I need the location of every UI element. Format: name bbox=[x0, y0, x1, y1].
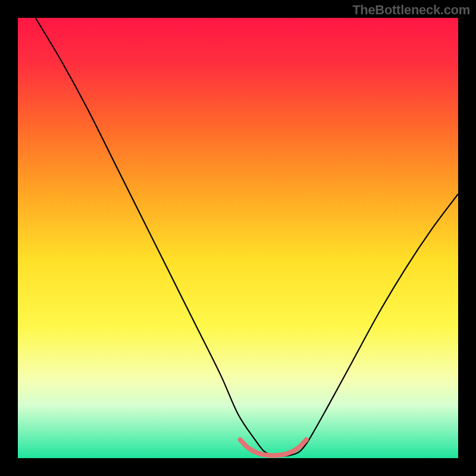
bottleneck-chart bbox=[18, 18, 458, 458]
chart-frame: TheBottleneck.com bbox=[0, 0, 476, 476]
gradient-background bbox=[18, 18, 458, 458]
watermark-text: TheBottleneck.com bbox=[352, 2, 470, 18]
